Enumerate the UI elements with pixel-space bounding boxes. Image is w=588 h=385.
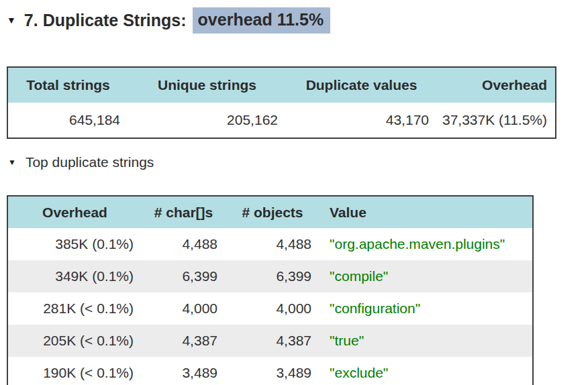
cell-num-chars: 4,387 — [142, 325, 226, 357]
cell-num-chars: 6,399 — [142, 260, 226, 292]
subsection-title: Top duplicate strings — [26, 154, 154, 170]
cell-overhead: 37,337K (11.5%) — [437, 103, 556, 138]
cell-num-chars: 3,489 — [142, 357, 226, 385]
table-row: 205K (< 0.1%) 4,387 4,387 "true" — [7, 325, 533, 357]
summary-header-row: Total strings Unique strings Duplicate v… — [7, 67, 556, 103]
cell-duplicate-values: 43,170 — [286, 103, 437, 138]
col-header-overhead: Overhead — [7, 196, 142, 228]
cell-overhead: 349K (0.1%) — [7, 260, 142, 292]
collapse-triangle-icon[interactable]: ▼ — [8, 158, 16, 167]
cell-string-value: "configuration" — [320, 292, 533, 325]
cell-unique-strings: 205,162 — [128, 103, 286, 138]
cell-string-value: "exclude" — [320, 357, 533, 385]
heap-report-page: { "section": { "collapse_icon": "▼", "ti… — [0, 0, 588, 385]
section-title: 7. Duplicate Strings: — [24, 11, 187, 30]
col-header-overhead: Overhead — [437, 67, 556, 103]
collapse-triangle-icon[interactable]: ▼ — [7, 15, 16, 25]
col-header-num-objects: # objects — [226, 196, 320, 228]
cell-total-strings: 645,184 — [7, 103, 128, 138]
cell-string-value: "true" — [320, 325, 533, 357]
table-row: 190K (< 0.1%) 3,489 3,489 "exclude" — [7, 357, 533, 385]
cell-num-objects: 4,387 — [226, 325, 320, 357]
cell-num-chars: 4,000 — [142, 292, 226, 325]
cell-num-objects: 4,000 — [226, 292, 320, 325]
col-header-num-chars: # char[]s — [142, 196, 226, 228]
col-header-unique-strings: Unique strings — [128, 67, 286, 103]
col-header-value: Value — [320, 196, 533, 228]
cell-string-value: "compile" — [320, 260, 533, 292]
overhead-highlight-badge: overhead 11.5% — [193, 7, 331, 34]
col-header-duplicate-values: Duplicate values — [286, 67, 437, 103]
summary-table: Total strings Unique strings Duplicate v… — [7, 66, 556, 139]
cell-num-objects: 3,489 — [226, 357, 320, 385]
col-header-total-strings: Total strings — [7, 67, 128, 103]
cell-num-objects: 4,488 — [226, 228, 320, 260]
cell-overhead: 281K (< 0.1%) — [7, 292, 142, 325]
table-row: 385K (0.1%) 4,488 4,488 "org.apache.mave… — [7, 228, 533, 260]
table-row: 349K (0.1%) 6,399 6,399 "compile" — [7, 260, 533, 292]
cell-num-objects: 6,399 — [226, 260, 320, 292]
cell-overhead: 205K (< 0.1%) — [7, 325, 142, 357]
summary-data-row: 645,184 205,162 43,170 37,337K (11.5%) — [7, 103, 556, 138]
top-duplicate-strings-table: Overhead # char[]s # objects Value 385K … — [7, 195, 534, 385]
cell-string-value: "org.apache.maven.plugins" — [320, 228, 533, 260]
cell-overhead: 385K (0.1%) — [7, 228, 142, 260]
cell-num-chars: 4,488 — [142, 228, 226, 260]
top-table-header-row: Overhead # char[]s # objects Value — [7, 196, 533, 228]
subsection-header: ▼ Top duplicate strings — [8, 154, 588, 171]
section-header: ▼ 7. Duplicate Strings: overhead 11.5% — [7, 9, 588, 32]
table-row: 281K (< 0.1%) 4,000 4,000 "configuration… — [7, 292, 533, 325]
cell-overhead: 190K (< 0.1%) — [7, 357, 142, 385]
